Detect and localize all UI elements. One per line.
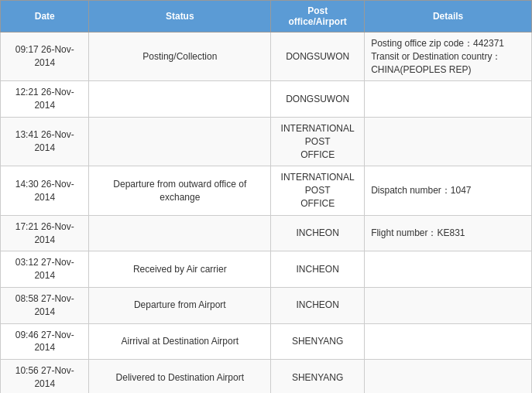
cell-details xyxy=(365,287,532,323)
cell-details xyxy=(365,81,532,118)
cell-office: INCHEON xyxy=(271,215,365,251)
cell-date: 09:46 27-Nov-2014 xyxy=(1,323,89,360)
cell-status: Posting/Collection xyxy=(89,32,271,81)
details-line: Transit or Destination country： xyxy=(371,50,525,63)
cell-details xyxy=(365,360,532,393)
details-line: CHINA(PEOPLES REP) xyxy=(371,63,525,77)
cell-details xyxy=(365,323,532,360)
details-line: Posting office zip code：442371 xyxy=(371,37,525,50)
cell-date: 17:21 26-Nov-2014 xyxy=(1,215,89,251)
table-row: 09:46 27-Nov-2014Airrival at Destination… xyxy=(1,323,532,360)
table-row: 12:21 26-Nov-2014DONGSUWON xyxy=(1,81,532,118)
cell-details: Dispatch number：1047 xyxy=(365,166,532,215)
table-row: 03:12 27-Nov-2014Received by Air carrier… xyxy=(1,251,532,288)
cell-office: INCHEON xyxy=(271,251,365,288)
cell-status: Airrival at Destination Airport xyxy=(89,323,271,360)
table-row: 10:56 27-Nov-2014Delivered to Destinatio… xyxy=(1,360,532,393)
cell-date: 12:21 26-Nov-2014 xyxy=(1,81,89,118)
table-row: 13:41 26-Nov-2014INTERNATIONALPOSTOFFICE xyxy=(1,117,532,166)
cell-status xyxy=(89,81,271,118)
col-header-status: Status xyxy=(89,1,271,32)
cell-office: DONGSUWON xyxy=(271,81,365,118)
table-row: 08:58 27-Nov-2014Departure from AirportI… xyxy=(1,287,532,323)
col-header-details: Details xyxy=(365,1,532,32)
cell-status: Received by Air carrier xyxy=(89,251,271,288)
cell-details xyxy=(365,117,532,166)
cell-date: 13:41 26-Nov-2014 xyxy=(1,117,89,166)
cell-details: Posting office zip code：442371Transit or… xyxy=(365,32,532,81)
cell-office: SHENYANG xyxy=(271,360,365,393)
cell-date: 03:12 27-Nov-2014 xyxy=(1,251,89,288)
cell-date: 10:56 27-Nov-2014 xyxy=(1,360,89,393)
cell-office: INCHEON xyxy=(271,287,365,323)
cell-status: Delivered to Destination Airport xyxy=(89,360,271,393)
table-row: 09:17 26-Nov-2014Posting/CollectionDONGS… xyxy=(1,32,532,81)
cell-office: SHENYANG xyxy=(271,323,365,360)
cell-details xyxy=(365,251,532,288)
table-row: 14:30 26-Nov-2014Departure from outward … xyxy=(1,166,532,215)
cell-date: 09:17 26-Nov-2014 xyxy=(1,32,89,81)
cell-office: INTERNATIONALPOSTOFFICE xyxy=(271,117,365,166)
details-line: Flight number：KE831 xyxy=(371,227,525,240)
cell-status xyxy=(89,117,271,166)
cell-details: Flight number：KE831 xyxy=(365,215,532,251)
cell-office: DONGSUWON xyxy=(271,32,365,81)
cell-status: Departure from Airport xyxy=(89,287,271,323)
col-header-date: Date xyxy=(1,1,89,32)
cell-status: Departure from outward office of exchang… xyxy=(89,166,271,215)
table-row: 17:21 26-Nov-2014INCHEONFlight number：KE… xyxy=(1,215,532,251)
details-line: Dispatch number：1047 xyxy=(371,184,525,197)
tracking-table: Date Status Post office/Airport Details … xyxy=(0,0,532,393)
cell-status xyxy=(89,215,271,251)
col-header-office: Post office/Airport xyxy=(271,1,365,32)
cell-date: 08:58 27-Nov-2014 xyxy=(1,287,89,323)
cell-date: 14:30 26-Nov-2014 xyxy=(1,166,89,215)
cell-office: INTERNATIONALPOSTOFFICE xyxy=(271,166,365,215)
